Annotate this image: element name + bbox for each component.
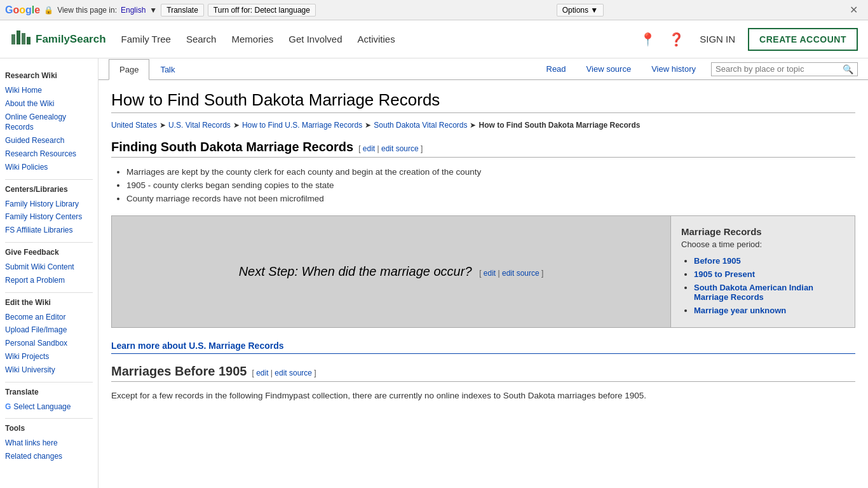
help-icon-button[interactable]: ❓ — [666, 29, 687, 50]
nav-links: Family Tree Search Memories Get Involved… — [121, 31, 638, 47]
tab-page[interactable]: Page — [109, 59, 149, 80]
section-1-edit-links: [ edit | edit source ] — [358, 144, 423, 153]
sidebar-item-personal-sandbox[interactable]: Personal Sandbox — [5, 337, 93, 350]
info-table: Next Step: When did the marriage occur? … — [111, 215, 855, 328]
section-2-title-text: Marriages Before 1905 — [111, 364, 247, 379]
sidebar-section-translate: Translate — [5, 388, 93, 396]
sidebar-item-select-language[interactable]: Select Language — [13, 400, 71, 414]
table-left-edit-link[interactable]: edit — [484, 269, 496, 278]
section-1-title: Finding South Dakota Marriage Records [ … — [111, 140, 855, 158]
sidebar-item-guided-research[interactable]: Guided Research — [5, 134, 93, 147]
learn-more-link[interactable]: Learn more about U.S. Marriage Records — [111, 341, 855, 351]
logo-text: FamilySearch — [36, 33, 106, 46]
marriage-records-title: Marriage Records — [681, 226, 844, 237]
tab-bar: Page Talk Read View source View history … — [98, 58, 868, 80]
translate-button[interactable]: Translate — [161, 4, 204, 17]
tab-view-source[interactable]: View source — [576, 59, 642, 79]
lang-dropdown-icon: ▼ — [149, 6, 157, 15]
turn-off-button[interactable]: Turn off for: Detect language — [208, 4, 316, 17]
sidebar-section-tools: Tools — [5, 424, 93, 433]
tab-talk[interactable]: Talk — [149, 59, 186, 80]
page-title: How to Find South Dakota Marriage Record… — [111, 90, 855, 113]
sidebar-item-what-links-here[interactable]: What links here — [5, 437, 93, 450]
sidebar-item-online-genealogy[interactable]: Online Genealogy Records — [5, 111, 93, 135]
marriage-link-item-1: Before 1905 — [694, 254, 844, 268]
sidebar-item-wiki-policies[interactable]: Wiki Policies — [5, 161, 93, 174]
sidebar-item-report-problem[interactable]: Report a Problem — [5, 274, 93, 287]
sidebar-item-family-history-centers[interactable]: Family History Centers — [5, 210, 93, 224]
marriage-link-before-1905[interactable]: Before 1905 — [694, 256, 741, 266]
sidebar-item-research-resources[interactable]: Research Resources — [5, 147, 93, 161]
svg-rect-1 — [17, 30, 20, 44]
nav-memories[interactable]: Memories — [231, 31, 273, 47]
breadcrumb-sd-vital-records[interactable]: South Dakota Vital Records — [374, 121, 467, 130]
main-layout: Research Wiki Wiki Home About the Wiki O… — [0, 58, 868, 488]
options-button[interactable]: Options ▼ — [557, 4, 604, 17]
nav-activities[interactable]: Activities — [358, 31, 395, 47]
sidebar-section-feedback: Give Feedback — [5, 248, 93, 257]
sidebar-item-submit-wiki[interactable]: Submit Wiki Content — [5, 261, 93, 274]
google-g-icon: G — [5, 402, 11, 411]
google-logo: Google — [5, 4, 40, 16]
marriage-links-list: Before 1905 1905 to Present South Dakota… — [681, 254, 844, 317]
sidebar-item-become-editor[interactable]: Become an Editor — [5, 311, 93, 324]
nav-family-tree[interactable]: Family Tree — [121, 31, 171, 47]
search-input[interactable] — [715, 64, 843, 74]
tab-read[interactable]: Read — [536, 59, 576, 79]
logo-link[interactable]: FamilySearch — [10, 28, 106, 51]
section-2-edit-source-link[interactable]: edit source — [275, 369, 312, 377]
location-icon-button[interactable]: 📍 — [637, 29, 658, 50]
sidebar-section-edit: Edit the Wiki — [5, 298, 93, 307]
sidebar-item-wiki-university[interactable]: Wiki University — [5, 363, 93, 377]
learn-more-divider — [111, 353, 855, 354]
sidebar-item-upload-file[interactable]: Upload File/Image — [5, 323, 93, 337]
sign-in-button[interactable]: SIGN IN — [695, 31, 740, 47]
section-1-edit-source-link[interactable]: edit source — [381, 144, 419, 153]
section-2-body: Except for a few records in the followin… — [111, 390, 855, 402]
svg-rect-2 — [22, 33, 25, 44]
sidebar-item-about-wiki[interactable]: About the Wiki — [5, 97, 93, 111]
close-button[interactable]: ✕ — [844, 3, 863, 17]
breadcrumb-arrow-3: ➤ — [365, 121, 371, 130]
section-2-edit-link[interactable]: edit — [256, 369, 268, 377]
table-left-content: Next Step: When did the marriage occur? … — [239, 264, 544, 279]
section-2-title: Marriages Before 1905 [ edit | edit sour… — [111, 364, 855, 382]
tab-actions: Read View source View history 🔍 — [536, 59, 858, 79]
page-content: How to Find South Dakota Marriage Record… — [98, 80, 868, 412]
sidebar-divider-2 — [5, 242, 93, 243]
sidebar-item-family-history-library[interactable]: Family History Library — [5, 198, 93, 211]
sidebar-item-wiki-projects[interactable]: Wiki Projects — [5, 350, 93, 363]
search-submit-button[interactable]: 🔍 — [843, 64, 853, 74]
translate-label: View this page in: — [57, 6, 117, 15]
content-area: Page Talk Read View source View history … — [98, 58, 868, 488]
nav-get-involved[interactable]: Get Involved — [288, 31, 342, 47]
sidebar-item-related-changes[interactable]: Related changes — [5, 450, 93, 463]
section-2-edit-links: [ edit | edit source ] — [252, 369, 316, 377]
breadcrumb-us-vital-records[interactable]: U.S. Vital Records — [168, 121, 231, 130]
tab-view-history[interactable]: View history — [641, 59, 706, 79]
bullet-item-1: Marriages are kept by the county clerk f… — [126, 165, 855, 179]
nav-search[interactable]: Search — [186, 31, 217, 47]
bullet-list: Marriages are kept by the county clerk f… — [111, 165, 855, 205]
top-navigation: FamilySearch Family Tree Search Memories… — [0, 20, 868, 58]
marriage-link-item-2: 1905 to Present — [694, 268, 844, 281]
sidebar-divider-3 — [5, 292, 93, 293]
translate-bar: Google 🔒 View this page in: English ▼ Tr… — [0, 0, 868, 20]
table-right-panel: Marriage Records Choose a time period: B… — [670, 216, 855, 327]
sidebar-divider-4 — [5, 382, 93, 383]
breadcrumb-current: How to Find South Dakota Marriage Record… — [478, 121, 640, 130]
table-left-edit-source-link[interactable]: edit source — [502, 269, 539, 278]
create-account-button[interactable]: CREATE ACCOUNT — [748, 28, 858, 51]
language-link[interactable]: English — [121, 6, 146, 15]
sidebar-divider-5 — [5, 418, 93, 419]
sidebar-item-wiki-home[interactable]: Wiki Home — [5, 84, 93, 97]
marriage-link-1905-present[interactable]: 1905 to Present — [694, 269, 755, 279]
section-1-edit-link[interactable]: edit — [363, 144, 375, 153]
breadcrumb-united-states[interactable]: United States — [111, 121, 157, 130]
familysearch-logo-icon — [10, 28, 33, 51]
lock-icon: 🔒 — [44, 6, 53, 15]
breadcrumb-us-marriage-records[interactable]: How to Find U.S. Marriage Records — [242, 121, 362, 130]
sidebar-item-fs-affiliate[interactable]: FS Affiliate Libraries — [5, 224, 93, 237]
marriage-link-american-indian[interactable]: South Dakota American Indian Marriage Re… — [694, 283, 813, 302]
marriage-link-year-unknown[interactable]: Marriage year unknown — [694, 306, 786, 315]
